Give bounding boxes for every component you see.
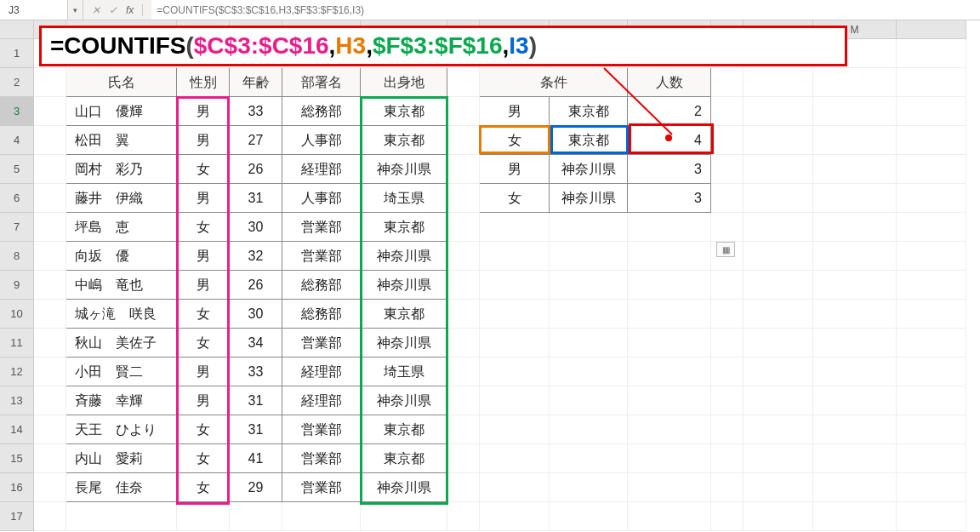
cell-name[interactable]: 内山 愛莉	[66, 444, 177, 473]
cell[interactable]	[897, 68, 966, 97]
cell-name[interactable]: 小田 賢二	[66, 358, 177, 386]
cell[interactable]	[744, 97, 813, 126]
cell[interactable]	[744, 386, 813, 415]
cell[interactable]	[813, 126, 897, 155]
cell[interactable]	[447, 271, 480, 300]
cell[interactable]	[447, 300, 480, 329]
row-header[interactable]: 17	[0, 502, 34, 531]
cell[interactable]	[744, 444, 813, 473]
cell[interactable]	[480, 444, 550, 473]
cell-dept[interactable]: 営業部	[282, 444, 361, 473]
paste-options-icon[interactable]: ▦	[716, 242, 735, 257]
cell[interactable]	[480, 358, 550, 386]
cell-dept[interactable]: 人事部	[282, 184, 361, 213]
cell-age[interactable]: 26	[230, 271, 282, 300]
cell[interactable]	[480, 329, 550, 358]
cell[interactable]	[34, 473, 66, 502]
cell-dept[interactable]: 経理部	[282, 358, 361, 386]
cell-gender[interactable]: 男	[177, 184, 230, 213]
cell[interactable]	[744, 415, 813, 444]
cell[interactable]	[628, 444, 711, 473]
name-box[interactable]: J3	[0, 0, 68, 20]
cond-count[interactable]: 3	[628, 155, 711, 184]
cell[interactable]	[628, 473, 711, 502]
cell[interactable]	[897, 415, 966, 444]
cell[interactable]	[177, 502, 230, 531]
cell[interactable]	[480, 271, 550, 300]
cond-origin[interactable]: 東京都	[550, 97, 628, 126]
row-header[interactable]: 11	[0, 329, 34, 358]
cell[interactable]	[480, 213, 550, 242]
cell[interactable]	[447, 329, 480, 358]
cell[interactable]	[550, 444, 628, 473]
cell[interactable]	[447, 444, 480, 473]
cell-origin[interactable]: 神奈川県	[361, 271, 447, 300]
cell[interactable]	[550, 415, 628, 444]
cell[interactable]	[550, 213, 628, 242]
cell-age[interactable]: 30	[230, 300, 282, 329]
cell[interactable]	[628, 213, 711, 242]
cell[interactable]	[447, 502, 480, 531]
cell-origin[interactable]: 神奈川県	[361, 386, 447, 415]
cell[interactable]	[34, 358, 66, 386]
cell[interactable]	[34, 184, 66, 213]
cell-dept[interactable]: 経理部	[282, 155, 361, 184]
cell-dept[interactable]: 総務部	[282, 271, 361, 300]
cell-origin[interactable]: 東京都	[361, 97, 447, 126]
cell[interactable]	[744, 329, 813, 358]
cell-name[interactable]: 中嶋 竜也	[66, 271, 177, 300]
cell[interactable]	[897, 39, 966, 68]
select-all-corner[interactable]	[0, 20, 34, 39]
cell-age[interactable]: 33	[230, 358, 282, 386]
header-age[interactable]: 年齢	[230, 68, 282, 97]
cell[interactable]	[447, 213, 480, 242]
header-cond[interactable]: 条件	[550, 68, 628, 97]
row-header[interactable]: 3	[0, 97, 34, 126]
cell[interactable]	[550, 386, 628, 415]
cell[interactable]	[550, 502, 628, 531]
header-origin[interactable]: 出身地	[361, 68, 447, 97]
cell[interactable]	[813, 68, 897, 97]
row-header[interactable]: 16	[0, 473, 34, 502]
header-gender[interactable]: 性別	[177, 68, 230, 97]
header-dept[interactable]: 部署名	[282, 68, 361, 97]
header-cond[interactable]	[480, 68, 550, 97]
cell[interactable]	[897, 473, 966, 502]
cell[interactable]	[711, 155, 744, 184]
cell[interactable]	[897, 97, 966, 126]
cell-name[interactable]: 秋山 美佐子	[66, 329, 177, 358]
cell[interactable]	[897, 126, 966, 155]
cell-name[interactable]: 城ヶ滝 咲良	[66, 300, 177, 329]
cond-origin[interactable]: 東京都	[550, 126, 628, 155]
cell[interactable]	[744, 126, 813, 155]
cell[interactable]	[34, 502, 66, 531]
cond-origin[interactable]: 神奈川県	[550, 184, 628, 213]
cell[interactable]	[813, 473, 897, 502]
cond-origin[interactable]: 神奈川県	[550, 155, 628, 184]
cell-age[interactable]: 31	[230, 184, 282, 213]
cell-name[interactable]: 松田 翼	[66, 126, 177, 155]
enter-icon[interactable]: ✓	[109, 4, 117, 16]
cell-age[interactable]: 31	[230, 415, 282, 444]
cell[interactable]	[711, 97, 744, 126]
cell-age[interactable]: 31	[230, 386, 282, 415]
cell[interactable]	[897, 300, 966, 329]
cell[interactable]	[711, 213, 744, 242]
cell[interactable]	[480, 502, 550, 531]
cond-gender[interactable]: 女	[480, 126, 550, 155]
cell[interactable]	[744, 213, 813, 242]
cell[interactable]	[447, 473, 480, 502]
cell[interactable]	[34, 155, 66, 184]
formula-bar-input[interactable]: =COUNTIFS($C$3:$C$16,H3,$F$3:$F$16,I3)	[151, 0, 980, 20]
cell-gender[interactable]: 男	[177, 271, 230, 300]
cell-origin[interactable]: 神奈川県	[361, 242, 447, 271]
cell-origin[interactable]: 東京都	[361, 126, 447, 155]
cell-gender[interactable]: 女	[177, 329, 230, 358]
cell[interactable]	[711, 68, 744, 97]
cell[interactable]	[34, 386, 66, 415]
row-header[interactable]: 4	[0, 126, 34, 155]
row-header[interactable]: 7	[0, 213, 34, 242]
cell-gender[interactable]: 男	[177, 358, 230, 386]
cell[interactable]	[34, 444, 66, 473]
cell-gender[interactable]: 女	[177, 415, 230, 444]
